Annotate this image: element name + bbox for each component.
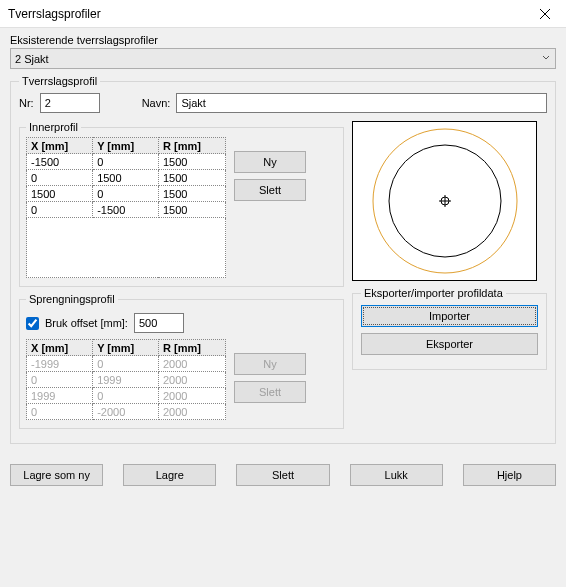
table-row: 0-15001500 [27, 202, 226, 218]
lagre-button[interactable]: Lagre [123, 464, 216, 486]
tverrslagsprofil-legend: Tverrslagsprofil [19, 75, 100, 87]
inner-ny-button[interactable]: Ny [234, 151, 306, 173]
inner-slett-button[interactable]: Slett [234, 179, 306, 201]
export-import-group: Eksporter/importer profildata Importer E… [352, 287, 547, 370]
innerprofil-legend: Innerprofil [26, 121, 81, 133]
existing-profiles-label: Eksisterende tverrslagsprofiler [10, 34, 556, 46]
profile-svg [355, 124, 535, 279]
sprengningsprofil-group: Sprengningsprofil Bruk offset [mm]: X [m… [19, 293, 344, 429]
table-row: 150001500 [27, 186, 226, 202]
tverrslagsprofil-group: Tverrslagsprofil Nr: Navn: Innerprofil X… [10, 75, 556, 444]
footer-buttons: Lagre som ny Lagre Slett Lukk Hjelp [0, 460, 566, 490]
spreng-slett-button: Slett [234, 381, 306, 403]
sprengningsprofil-legend: Sprengningsprofil [26, 293, 118, 305]
table-row: 199902000 [27, 388, 226, 404]
name-input[interactable] [176, 93, 547, 113]
offset-input[interactable] [134, 313, 184, 333]
table-row: 019992000 [27, 372, 226, 388]
existing-profiles-combo[interactable]: 2 Sjakt [10, 48, 556, 69]
export-import-legend: Eksporter/importer profildata [361, 287, 506, 299]
close-icon [540, 9, 550, 19]
profile-preview [352, 121, 537, 281]
close-button[interactable] [524, 0, 566, 28]
slett-button[interactable]: Slett [236, 464, 329, 486]
table-row: -150001500 [27, 154, 226, 170]
bruk-offset-label: Bruk offset [mm]: [45, 317, 128, 329]
innerprofil-group: Innerprofil X [mm] Y [mm] R [mm] -150001… [19, 121, 344, 287]
nr-input[interactable] [40, 93, 100, 113]
nr-label: Nr: [19, 97, 34, 109]
window-title: Tverrslagsprofiler [8, 7, 524, 21]
eksporter-button[interactable]: Eksporter [361, 333, 538, 355]
table-row: 015001500 [27, 170, 226, 186]
lagre-som-ny-button[interactable]: Lagre som ny [10, 464, 103, 486]
importer-button[interactable]: Importer [361, 305, 538, 327]
titlebar: Tverrslagsprofiler [0, 0, 566, 28]
table-row: 0-20002000 [27, 404, 226, 420]
lukk-button[interactable]: Lukk [350, 464, 443, 486]
sprengningsprofil-table[interactable]: X [mm] Y [mm] R [mm] -199902000 01999200… [26, 339, 226, 420]
spreng-ny-button: Ny [234, 353, 306, 375]
hjelp-button[interactable]: Hjelp [463, 464, 556, 486]
table-row: -199902000 [27, 356, 226, 372]
name-label: Navn: [142, 97, 171, 109]
bruk-offset-checkbox[interactable] [26, 317, 39, 330]
innerprofil-table[interactable]: X [mm] Y [mm] R [mm] -150001500 01500150… [26, 137, 226, 278]
